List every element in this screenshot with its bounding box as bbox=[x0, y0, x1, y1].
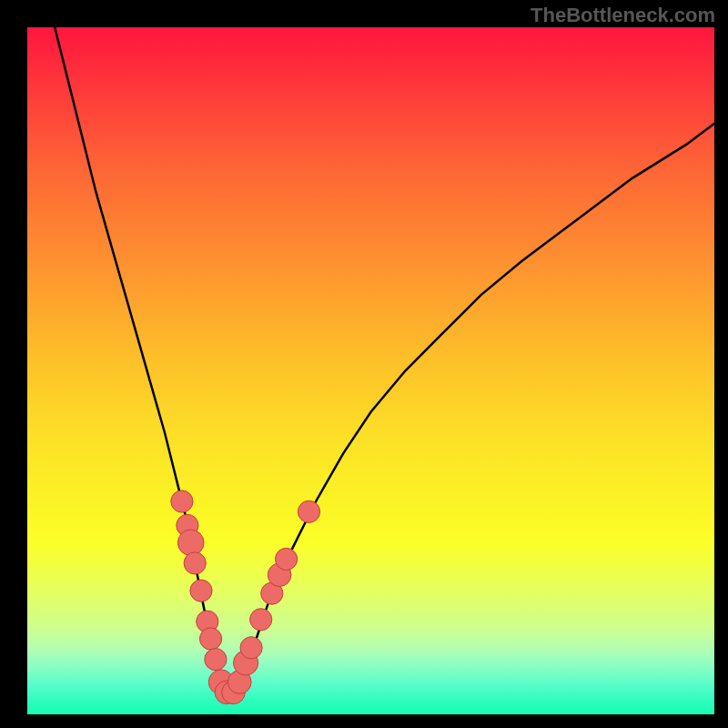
data-point bbox=[171, 490, 193, 512]
data-point bbox=[184, 552, 206, 574]
data-point bbox=[200, 628, 222, 650]
chart-svg bbox=[0, 0, 728, 728]
chart-frame: TheBottleneck.com bbox=[0, 0, 728, 728]
data-point bbox=[177, 530, 204, 556]
data-point bbox=[298, 500, 319, 522]
data-point bbox=[205, 649, 227, 671]
data-point bbox=[240, 637, 262, 659]
data-point bbox=[190, 580, 212, 602]
data-point bbox=[276, 548, 298, 570]
gradient-background bbox=[27, 27, 714, 714]
data-point bbox=[250, 609, 272, 631]
